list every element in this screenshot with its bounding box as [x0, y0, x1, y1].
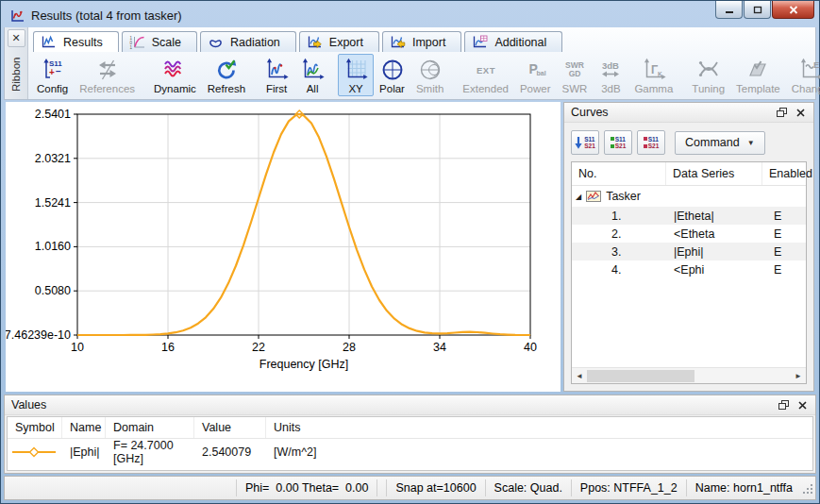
tab-radiation[interactable]: Radiation: [200, 31, 296, 52]
curves-group-row[interactable]: ◢ Tasker: [572, 186, 806, 207]
svg-text:EXT: EXT: [477, 64, 495, 75]
ribbon-close-button[interactable]: ✕: [8, 29, 25, 47]
power-button[interactable]: PbalPower: [514, 54, 557, 96]
scrollbar-thumb[interactable]: [587, 370, 694, 382]
gamma-button[interactable]: ΓKGamma: [628, 54, 678, 96]
button-label: First: [266, 83, 287, 94]
tab-import[interactable]: Import: [382, 31, 461, 52]
s11-s21-arrow-button[interactable]: S11S21: [571, 130, 599, 155]
xy-button[interactable]: XY: [338, 54, 374, 96]
close-panel-icon[interactable]: [793, 105, 809, 120]
xy-plot[interactable]: 1016222834402.54012.03211.52411.01600.50…: [6, 102, 561, 381]
swr-button[interactable]: SWRGDSWR: [557, 54, 594, 96]
extended-button[interactable]: EXTExtended: [457, 54, 514, 96]
close-button[interactable]: [772, 1, 814, 19]
svg-text:3dB: 3dB: [602, 59, 619, 70]
value-units: [W/m^2]: [266, 445, 812, 459]
config-button[interactable]: S11+−Config: [31, 54, 74, 96]
dynamic-button[interactable]: Dynamic: [148, 54, 202, 96]
svg-text:34: 34: [433, 341, 446, 354]
curve-row[interactable]: 2. <Etheta E: [572, 225, 806, 243]
3db-button[interactable]: 3dB3dB: [593, 54, 628, 96]
curves-panel-header[interactable]: Curves: [564, 103, 813, 123]
all-button[interactable]: All: [294, 54, 330, 96]
chart-area[interactable]: 1016222834402.54012.03211.52411.01600.50…: [6, 102, 561, 392]
float-panel-icon[interactable]: [776, 397, 792, 412]
arrow-down-icon: [575, 136, 582, 150]
change-icon: E: [798, 57, 820, 82]
scale-tab-icon: 101: [129, 35, 145, 49]
curves-table-header: No. Data Series Enabled: [572, 162, 806, 186]
resize-grip[interactable]: [801, 479, 815, 496]
template-icon: [745, 57, 770, 82]
close-panel-icon[interactable]: [795, 397, 811, 412]
ribbon: ✕ Ribbon Results 101 Scale Radiation Exp…: [4, 27, 816, 100]
float-panel-icon[interactable]: [774, 105, 790, 120]
tab-scale[interactable]: 101 Scale: [122, 31, 197, 52]
chevron-down-icon: ▼: [747, 139, 755, 147]
s11-s21-red-button[interactable]: S11S21: [637, 130, 665, 155]
curve-number: 3.: [572, 245, 666, 259]
curve-row[interactable]: 1. |Etheta| E: [572, 207, 806, 225]
smith-icon: [418, 57, 443, 82]
radiation-tab-icon: [208, 35, 224, 49]
horizontal-scrollbar[interactable]: ◄ ►: [572, 367, 806, 383]
curve-number: 1.: [572, 210, 666, 223]
threedb-icon: 3dB: [598, 57, 623, 82]
button-label: 3dB: [601, 83, 620, 94]
references-button[interactable]: References: [74, 54, 141, 96]
window-title: Results (total 4 from tasker): [31, 8, 182, 23]
column-header-data-series: Data Series: [666, 162, 762, 185]
tree-expander-icon[interactable]: ◢: [576, 193, 581, 201]
import-tab-icon: [390, 35, 406, 49]
tuning-icon: [696, 57, 721, 82]
polar-button[interactable]: Polar: [374, 54, 410, 96]
values-table: Symbol Name Domain Value Units |Ephi| F=…: [7, 416, 813, 471]
values-panel-header[interactable]: Values: [5, 395, 815, 415]
curve-enabled-flag: E: [762, 245, 806, 259]
tab-label: Import: [412, 36, 445, 49]
curve-enabled-flag: E: [762, 227, 806, 241]
status-item-5: Name: horn1_ntffa: [686, 479, 801, 496]
button-label: Tuning: [692, 83, 725, 94]
button-label: Refresh: [208, 83, 245, 94]
curve-row[interactable]: 4. <Ephi E: [572, 260, 806, 278]
tab-export[interactable]: Export: [299, 31, 379, 52]
tab-label: Radiation: [230, 36, 280, 49]
scroll-right-icon[interactable]: ►: [791, 372, 806, 380]
extended-icon: EXT: [474, 57, 498, 82]
title-bar[interactable]: Results (total 4 from tasker): [4, 1, 816, 27]
marker-square-icon: [644, 137, 647, 141]
first-button[interactable]: First: [259, 54, 294, 96]
curve-data-series: <Etheta: [666, 227, 762, 241]
column-header-symbol: Symbol: [8, 417, 62, 438]
ribbon-toolbar: S11+−ConfigReferencesDynamicRefreshFirst…: [28, 52, 815, 99]
tab-additional[interactable]: Additional: [464, 31, 562, 52]
values-table-header: Symbol Name Domain Value Units: [8, 417, 812, 439]
value-row[interactable]: |Ephi| F= 24.7000 [GHz] 2.540079 [W/m^2]: [8, 439, 812, 459]
column-header-name: Name: [62, 417, 106, 438]
scroll-left-icon[interactable]: ◄: [572, 372, 587, 380]
template-button[interactable]: Template: [730, 54, 786, 96]
ribbon-side-label: Ribbon: [10, 47, 22, 99]
curve-row[interactable]: 3. |Ephi| E: [572, 243, 806, 260]
smith-button[interactable]: Smith: [410, 54, 449, 96]
value-name: |Ephi|: [62, 445, 106, 459]
app-window: Results (total 4 from tasker) ✕ Ribbon R…: [0, 0, 820, 504]
refresh-button[interactable]: Refresh: [202, 54, 251, 96]
command-dropdown[interactable]: Command ▼: [675, 131, 765, 155]
dynamic-icon: [162, 57, 187, 82]
status-item-4: Ppos: NTFFA_1_2: [571, 479, 686, 496]
status-bar: Phi= 0.00 Theta= 0.00Snap at=10600Scale:…: [4, 476, 816, 500]
refresh-icon: [214, 57, 239, 82]
values-panel-title: Values: [11, 398, 773, 412]
s11-s21-green-button[interactable]: S11S21: [604, 130, 632, 155]
minimize-button[interactable]: [715, 1, 743, 19]
tab-label: Additional: [494, 36, 546, 49]
tab-results[interactable]: Results: [33, 31, 119, 52]
group-label: Tasker: [606, 190, 641, 203]
change-button[interactable]: EChange: [786, 54, 820, 96]
maximize-button[interactable]: [744, 1, 771, 19]
marker-square-icon: [611, 144, 614, 148]
tuning-button[interactable]: Tuning: [686, 54, 730, 96]
